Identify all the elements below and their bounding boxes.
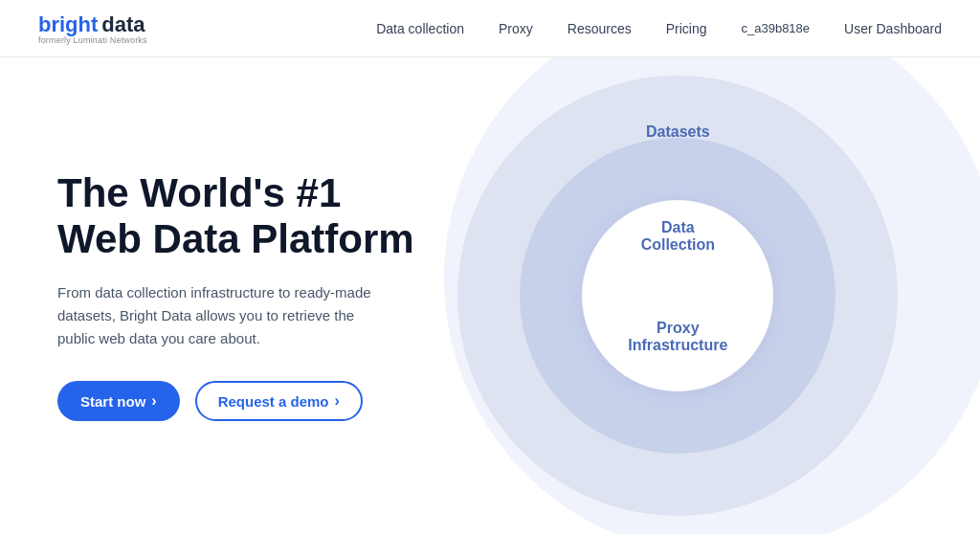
start-now-button[interactable]: Start now › (57, 381, 180, 421)
request-demo-arrow-icon: › (335, 392, 340, 410)
nav-pricing[interactable]: Pricing (666, 21, 707, 36)
request-demo-label: Request a demo (218, 393, 329, 410)
user-id[interactable]: c_a39b818e (741, 21, 810, 35)
nav-data-collection[interactable]: Data collection (376, 21, 464, 36)
nav-resources[interactable]: Resources (568, 21, 632, 36)
start-now-label: Start now (80, 393, 145, 410)
logo-bright: bright (38, 12, 98, 37)
main-content: The World's #1 Web Data Platform From da… (0, 57, 980, 534)
logo-data: data (101, 12, 145, 37)
datasets-label: Datasets (646, 123, 710, 141)
diagram-section: Datasets Data Collection Proxy Infrastru… (414, 57, 942, 534)
user-dashboard[interactable]: User Dashboard (844, 21, 942, 36)
concentric-circles: Datasets Data Collection Proxy Infrastru… (448, 66, 907, 525)
nav-proxy[interactable]: Proxy (499, 21, 533, 36)
hero-title-line2: Web Data Platform (57, 216, 414, 261)
hero-title: The World's #1 Web Data Platform (57, 170, 414, 263)
proxy-infrastructure-label: Proxy Infrastructure (628, 320, 727, 354)
hero-title-line1: The World's #1 (57, 170, 341, 215)
data-collection-label: Data Collection (641, 219, 715, 254)
navbar: bright data formerly Luminati Networks D… (0, 0, 980, 57)
hero-description: From data collection infrastructure to r… (57, 281, 383, 350)
logo[interactable]: bright data formerly Luminati Networks (38, 12, 147, 45)
start-now-arrow-icon: › (151, 392, 156, 410)
cta-buttons: Start now › Request a demo › (57, 381, 414, 421)
nav-links: Data collection Proxy Resources Pricing … (376, 21, 942, 36)
logo-subtitle: formerly Luminati Networks (38, 35, 147, 45)
request-demo-button[interactable]: Request a demo › (195, 381, 363, 421)
hero-section: The World's #1 Web Data Platform From da… (57, 170, 414, 422)
